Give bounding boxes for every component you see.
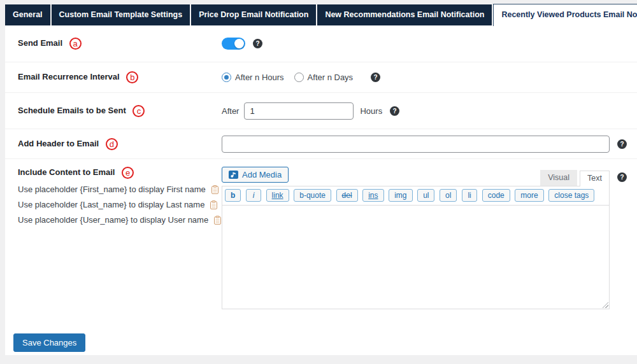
copy-clipboard-icon[interactable] — [211, 185, 218, 194]
resize-handle[interactable] — [601, 301, 608, 308]
schedule-prefix-label: After — [222, 106, 239, 116]
quicktags-toolbar: b i link b-quote del ins img ul ol li co… — [222, 186, 609, 205]
content-field: Add Media Visual Text b i link b-quote — [222, 167, 637, 309]
ul-button[interactable]: ul — [417, 189, 434, 202]
tab-recently-viewed-products-email-notification[interactable]: Recently Viewed Products Email Notificat… — [493, 4, 637, 26]
radio-after-n-hours-label[interactable]: After n Hours — [235, 73, 284, 82]
tab-custom-email-template-settings[interactable]: Custom Email Template Settings — [52, 4, 190, 25]
schedule-suffix-label: Hours — [360, 106, 382, 116]
recurrence-radio-group: After n Hours After n Days — [222, 73, 363, 82]
radio-after-n-hours[interactable] — [222, 73, 231, 82]
email-content-editor: Add Media Visual Text b i link b-quote — [222, 167, 610, 309]
placeholder-last-name-text: Use placeholder {Last_name} to display L… — [18, 200, 204, 209]
marker-d: d — [106, 138, 118, 150]
schedule-hours-input[interactable] — [244, 102, 354, 120]
marker-c: c — [132, 105, 145, 117]
row-email-recurrence-interval: Email Recurrence Interval b After n Hour… — [5, 62, 637, 93]
add-media-button[interactable]: Add Media — [222, 167, 289, 183]
img-button[interactable]: img — [389, 189, 412, 202]
ol-button[interactable]: ol — [440, 189, 457, 202]
recurrence-label: Email Recurrence Interval — [18, 72, 120, 81]
li-button[interactable]: li — [462, 189, 477, 202]
editor-frame: b i link b-quote del ins img ul ol li co… — [222, 186, 610, 309]
content-label: Include Content to Email — [18, 167, 115, 177]
marker-b: b — [126, 71, 138, 83]
help-icon[interactable]: ? — [617, 139, 627, 149]
content-label-line: Include Content to Email e — [18, 167, 222, 179]
editor-media-row: Add Media Visual Text — [222, 167, 610, 186]
text-tab[interactable]: Text — [580, 171, 610, 186]
add-media-label: Add Media — [242, 170, 282, 179]
more-button[interactable]: more — [515, 189, 543, 202]
copy-clipboard-icon[interactable] — [210, 200, 217, 209]
placeholder-first-name: Use placeholder {First_name} to display … — [18, 185, 222, 194]
header-label: Add Header to Email — [18, 138, 99, 148]
placeholder-first-name-text: Use placeholder {First_name} to display … — [18, 185, 206, 194]
row-schedule-emails: Schedule Emails to be Sent c After Hours… — [5, 93, 637, 129]
code-button[interactable]: code — [482, 189, 510, 202]
row-send-email: Send Email a ? — [5, 25, 637, 62]
del-button[interactable]: del — [336, 189, 358, 202]
ins-button[interactable]: ins — [362, 189, 383, 202]
marker-a: a — [69, 38, 82, 50]
schedule-field: After Hours ? — [222, 102, 637, 120]
placeholder-user-name: Use placeholder {User_name} to display U… — [18, 215, 222, 225]
italic-button[interactable]: i — [246, 189, 261, 202]
tab-general[interactable]: General — [5, 4, 50, 25]
recurrence-field: After n Hours After n Days ? — [222, 73, 637, 82]
tab-bar: General Custom Email Template Settings P… — [0, 0, 637, 25]
settings-page: General Custom Email Template Settings P… — [0, 0, 637, 355]
recurrence-label-group: Email Recurrence Interval b — [5, 71, 222, 83]
toggle-knob — [234, 39, 244, 48]
header-label-group: Add Header to Email d — [5, 138, 222, 150]
visual-tab[interactable]: Visual — [540, 170, 577, 186]
bold-button[interactable]: b — [225, 189, 241, 202]
placeholder-last-name: Use placeholder {Last_name} to display L… — [18, 200, 222, 209]
settings-panel: Send Email a ? Email Recurrence Interval… — [5, 25, 637, 355]
header-field: ? — [222, 136, 637, 153]
save-changes-button[interactable]: Save Changes — [13, 333, 85, 352]
radio-after-n-days-label[interactable]: After n Days — [308, 73, 354, 82]
add-media-icon — [229, 171, 238, 179]
schedule-label-group: Schedule Emails to be Sent c — [5, 105, 222, 117]
content-label-group: Include Content to Email e Use placehold… — [5, 167, 222, 225]
link-button[interactable]: link — [266, 189, 289, 202]
send-email-label: Send Email — [18, 38, 62, 48]
footer-row: Save Changes — [5, 318, 637, 352]
schedule-label: Schedule Emails to be Sent — [18, 105, 126, 115]
placeholder-user-name-text: Use placeholder {User_name} to display U… — [18, 215, 208, 225]
row-add-header: Add Header to Email d ? — [5, 129, 637, 159]
email-content-textarea[interactable] — [222, 205, 609, 309]
send-email-toggle[interactable] — [222, 38, 245, 50]
editor-mode-tabs: Visual Text — [540, 170, 610, 186]
copy-clipboard-icon[interactable] — [214, 216, 221, 225]
help-icon[interactable]: ? — [253, 39, 262, 48]
marker-e: e — [122, 167, 134, 179]
blockquote-button[interactable]: b-quote — [294, 189, 331, 202]
close-tags-button[interactable]: close tags — [548, 189, 594, 202]
help-icon[interactable]: ? — [371, 73, 380, 82]
send-email-field: ? — [222, 38, 637, 50]
help-icon[interactable]: ? — [617, 172, 627, 182]
radio-after-n-days[interactable] — [294, 73, 304, 82]
tab-price-drop-email-notification[interactable]: Price Drop Email Notification — [191, 4, 316, 25]
help-icon[interactable]: ? — [390, 106, 399, 116]
email-header-input[interactable] — [222, 136, 610, 153]
row-include-content: Include Content to Email e Use placehold… — [5, 159, 637, 318]
tab-new-recommendations-email-notification[interactable]: New Recommendations Email Notification — [317, 4, 492, 25]
send-email-label-group: Send Email a — [5, 38, 222, 50]
